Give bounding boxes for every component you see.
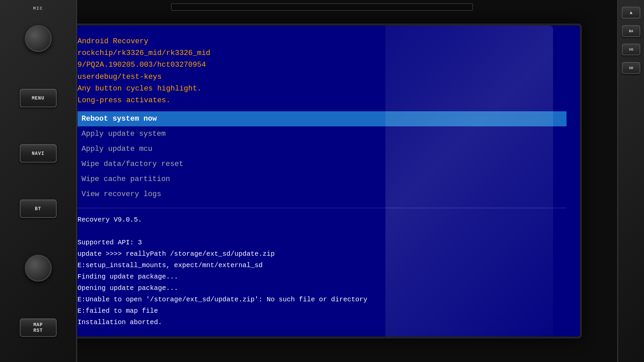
log-line6: Finding update package... <box>77 271 567 283</box>
header-line3: 9/PQ2A.190205.003/hct03270954 <box>77 59 567 71</box>
menu-item-wipe-data[interactable]: Wipe data/factory reset <box>77 157 567 172</box>
recovery-screen: Android Recovery rockchip/rk3326_mid/rk3… <box>62 23 582 339</box>
tune-knob[interactable] <box>25 255 52 282</box>
vo-button[interactable]: VO <box>622 44 640 55</box>
menu-divider <box>77 208 567 208</box>
header-line1: Android Recovery <box>77 36 567 47</box>
log-section: Recovery V9.0.5. Supported API: 3 update… <box>77 214 567 328</box>
log-line9: E:failed to map file <box>77 305 567 317</box>
menu-button[interactable]: MENU <box>20 89 57 107</box>
menu-item-reboot[interactable]: Reboot system now <box>77 111 567 126</box>
header-line6: Long-press activates. <box>77 95 567 106</box>
log-line1: Recovery V9.0.5. <box>77 214 567 226</box>
eject-button[interactable]: ▲ <box>622 7 640 18</box>
log-line8: E:Unable to open '/storage/ext_sd/update… <box>77 294 567 305</box>
sd-button[interactable]: SD <box>622 62 640 74</box>
menu-item-wipe-cache[interactable]: Wipe cache partition <box>77 172 567 187</box>
log-line3: Supported API: 3 <box>77 237 567 248</box>
disc-slot <box>171 3 473 11</box>
log-line7: Opening update package... <box>77 283 567 294</box>
log-line2 <box>77 226 567 237</box>
left-panel: MIC MENU NAVI BT MAP RST <box>0 0 77 362</box>
header-line2: rockchip/rk3326_mid/rk3326_mid <box>77 47 567 59</box>
car-unit: MIC MENU NAVI BT MAP RST Android Recover… <box>0 0 644 362</box>
menu-item-apply-mcu[interactable]: Apply update mcu <box>77 141 567 157</box>
recovery-menu: Reboot system now Apply update system Ap… <box>77 111 567 202</box>
map-rst-button[interactable]: MAP RST <box>20 318 57 337</box>
navi-button[interactable]: NAVI <box>20 144 57 163</box>
header-info: Android Recovery rockchip/rk3326_mid/rk3… <box>77 36 567 106</box>
header-line5: Any button cycles highlight. <box>77 83 567 95</box>
log-line5: E:setup_install_mounts, expect/mnt/exter… <box>77 260 567 271</box>
mic-label: MIC <box>33 6 43 11</box>
right-panel: ▲ BA VO SD <box>617 0 644 362</box>
volume-knob[interactable] <box>25 25 52 52</box>
header-line4: userdebug/test-keys <box>77 71 567 83</box>
log-line10: Installation aborted. <box>77 317 567 328</box>
menu-item-apply-system[interactable]: Apply update system <box>77 126 567 141</box>
menu-item-view-logs[interactable]: View recovery logs <box>77 187 567 202</box>
log-line4: update >>>> reallyPath /storage/ext_sd/u… <box>77 248 567 260</box>
bt-button[interactable]: BT <box>20 199 57 218</box>
ba-button[interactable]: BA <box>622 25 640 37</box>
